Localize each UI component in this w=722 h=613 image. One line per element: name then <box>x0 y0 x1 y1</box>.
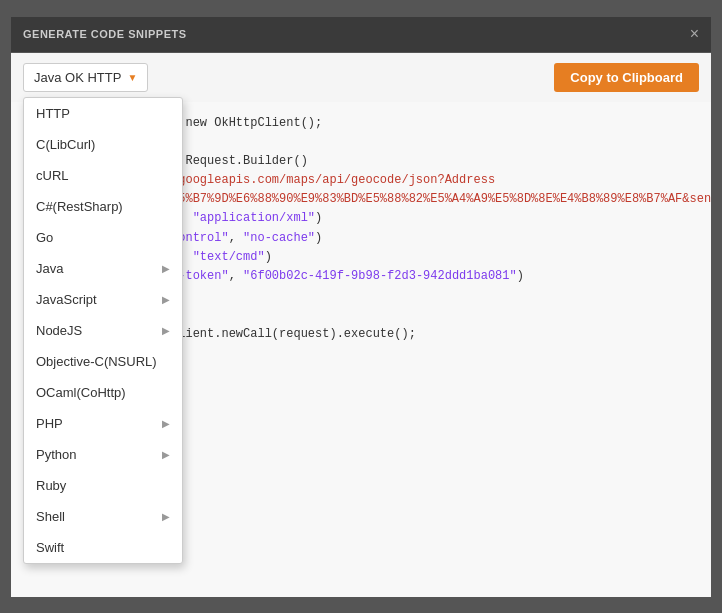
dropdown-item-ruby[interactable]: Ruby <box>24 470 182 501</box>
dropdown-item-shell[interactable]: Shell ▶ <box>24 501 182 532</box>
dropdown-item-javascript[interactable]: JavaScript ▶ <box>24 284 182 315</box>
dropdown-item-csharp[interactable]: C#(RestSharp) <box>24 191 182 222</box>
dropdown-item-nodejs[interactable]: NodeJS ▶ <box>24 315 182 346</box>
submenu-arrow-icon: ▶ <box>162 294 170 305</box>
submenu-arrow-icon: ▶ <box>162 418 170 429</box>
modal-header: GENERATE CODE SNIPPETS × <box>11 17 711 53</box>
dropdown-item-objc[interactable]: Objective-C(NSURL) <box>24 346 182 377</box>
submenu-arrow-icon: ▶ <box>162 263 170 274</box>
dropdown-item-http[interactable]: HTTP <box>24 98 182 129</box>
dropdown-item-go[interactable]: Go <box>24 222 182 253</box>
dropdown-item-clibcurl[interactable]: C(LibCurl) <box>24 129 182 160</box>
copy-to-clipboard-button[interactable]: Copy to Clipboard <box>554 63 699 92</box>
chevron-down-icon: ▼ <box>127 72 137 83</box>
submenu-arrow-icon: ▶ <box>162 511 170 522</box>
dropdown-item-swift[interactable]: Swift <box>24 532 182 563</box>
modal-title: GENERATE CODE SNIPPETS <box>23 28 187 40</box>
selected-language-label: Java OK HTTP <box>34 70 121 85</box>
submenu-arrow-icon: ▶ <box>162 325 170 336</box>
dropdown-item-php[interactable]: PHP ▶ <box>24 408 182 439</box>
language-dropdown-button[interactable]: Java OK HTTP ▼ <box>23 63 148 92</box>
modal-toolbar: Java OK HTTP ▼ HTTP C(LibCurl) cURL C#(R… <box>11 53 711 102</box>
dropdown-item-java[interactable]: Java ▶ <box>24 253 182 284</box>
close-button[interactable]: × <box>690 26 699 42</box>
language-dropdown-menu: HTTP C(LibCurl) cURL C#(RestSharp) Go Ja… <box>23 97 183 564</box>
dropdown-item-ocaml[interactable]: OCaml(CoHttp) <box>24 377 182 408</box>
dropdown-item-curl[interactable]: cURL <box>24 160 182 191</box>
dropdown-item-python[interactable]: Python ▶ <box>24 439 182 470</box>
modal-container: GENERATE CODE SNIPPETS × Java OK HTTP ▼ … <box>11 17 711 597</box>
submenu-arrow-icon: ▶ <box>162 449 170 460</box>
